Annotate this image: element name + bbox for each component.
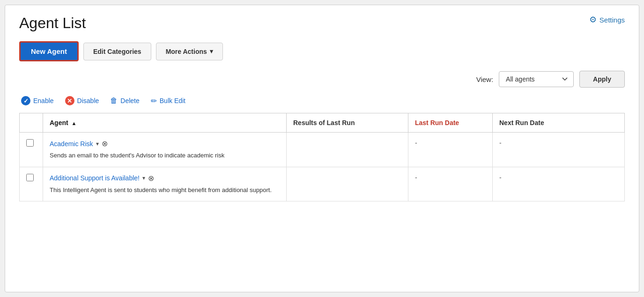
row1-agent-cell: Academic Risk ▾ ⊗ Sends an email to the … bbox=[43, 133, 287, 167]
row1-checkbox[interactable] bbox=[26, 139, 34, 147]
page-title: Agent List bbox=[19, 15, 86, 32]
row1-expand-icon[interactable]: ▾ bbox=[96, 141, 99, 147]
edit-categories-label: Edit Categories bbox=[93, 48, 141, 55]
row2-next-run-value: - bbox=[499, 174, 502, 181]
bulk-edit-label: Bulk Edit bbox=[160, 97, 185, 104]
row2-agent-name[interactable]: Additional Support is Available! bbox=[50, 174, 140, 182]
enable-button[interactable]: ✓ Enable bbox=[21, 96, 54, 105]
row1-status-icon[interactable]: ⊗ bbox=[102, 139, 108, 148]
view-label: View: bbox=[476, 75, 493, 83]
delete-button[interactable]: 🗑 Delete bbox=[110, 97, 139, 105]
col-header-results: Results of Last Run bbox=[287, 113, 408, 133]
more-actions-label: More Actions bbox=[166, 48, 207, 55]
enable-label: Enable bbox=[33, 97, 54, 104]
row2-agent-title-row: Additional Support is Available! ▾ ⊗ bbox=[50, 174, 280, 183]
row2-last-run-value: - bbox=[415, 174, 417, 181]
row1-next-run-value: - bbox=[499, 139, 502, 147]
sort-arrow-icon: ▲ bbox=[72, 120, 77, 126]
col-header-next-run-date: Next Run Date bbox=[493, 113, 625, 133]
enable-icon: ✓ bbox=[21, 96, 30, 105]
col-header-agent[interactable]: Agent ▲ bbox=[43, 113, 287, 133]
settings-label: Settings bbox=[600, 16, 625, 24]
toolbar-row: New Agent Edit Categories More Actions ▾ bbox=[19, 41, 625, 61]
row1-check-cell bbox=[20, 133, 43, 167]
row2-results-cell bbox=[287, 167, 408, 201]
chevron-down-icon: ▾ bbox=[210, 48, 213, 55]
row2-last-run-cell: - bbox=[408, 167, 493, 201]
disable-button[interactable]: ✕ Disable bbox=[65, 96, 99, 105]
col-header-check bbox=[20, 113, 43, 133]
row2-expand-icon[interactable]: ▾ bbox=[142, 175, 145, 181]
bulk-edit-icon: ✏ bbox=[151, 97, 157, 105]
apply-button[interactable]: Apply bbox=[579, 71, 625, 88]
edit-categories-button[interactable]: Edit Categories bbox=[83, 43, 151, 60]
delete-icon: 🗑 bbox=[110, 97, 118, 105]
bulk-edit-button[interactable]: ✏ Bulk Edit bbox=[151, 97, 185, 105]
row2-agent-description: This Intelligent Agent is sent to studen… bbox=[50, 186, 280, 195]
disable-icon: ✕ bbox=[65, 96, 74, 105]
row2-check-cell bbox=[20, 167, 43, 201]
gear-icon: ⚙ bbox=[589, 15, 597, 25]
row1-last-run-value: - bbox=[415, 139, 417, 147]
row2-agent-cell: Additional Support is Available! ▾ ⊗ Thi… bbox=[43, 167, 287, 201]
settings-link[interactable]: ⚙ Settings bbox=[589, 15, 625, 25]
disable-label: Disable bbox=[77, 97, 99, 104]
row2-status-icon[interactable]: ⊗ bbox=[148, 174, 154, 183]
header-row: Agent List ⚙ Settings bbox=[19, 15, 625, 32]
table-header-row: Agent ▲ Results of Last Run Last Run Dat… bbox=[20, 113, 625, 133]
table-row: Academic Risk ▾ ⊗ Sends an email to the … bbox=[20, 133, 625, 167]
col-header-last-run-date[interactable]: Last Run Date bbox=[408, 113, 493, 133]
row2-next-run-cell: - bbox=[493, 167, 625, 201]
agents-table: Agent ▲ Results of Last Run Last Run Dat… bbox=[19, 113, 625, 201]
page-container: Agent List ⚙ Settings New Agent Edit Cat… bbox=[5, 5, 639, 292]
delete-label: Delete bbox=[120, 97, 139, 104]
new-agent-button[interactable]: New Agent bbox=[19, 41, 79, 61]
view-row: View: All agents Active agents Inactive … bbox=[19, 71, 625, 88]
table-row: Additional Support is Available! ▾ ⊗ Thi… bbox=[20, 167, 625, 201]
action-bar: ✓ Enable ✕ Disable 🗑 Delete ✏ Bulk Edit bbox=[19, 96, 625, 105]
row2-checkbox[interactable] bbox=[26, 174, 34, 181]
row1-agent-title-row: Academic Risk ▾ ⊗ bbox=[50, 139, 280, 148]
row1-agent-description: Sends an email to the student's Advisor … bbox=[50, 151, 280, 160]
more-actions-button[interactable]: More Actions ▾ bbox=[156, 43, 223, 60]
row1-agent-name[interactable]: Academic Risk bbox=[50, 140, 93, 148]
row1-next-run-cell: - bbox=[493, 133, 625, 167]
view-select[interactable]: All agents Active agents Inactive agents bbox=[499, 71, 574, 87]
row1-last-run-cell: - bbox=[408, 133, 493, 167]
row1-results-cell bbox=[287, 133, 408, 167]
